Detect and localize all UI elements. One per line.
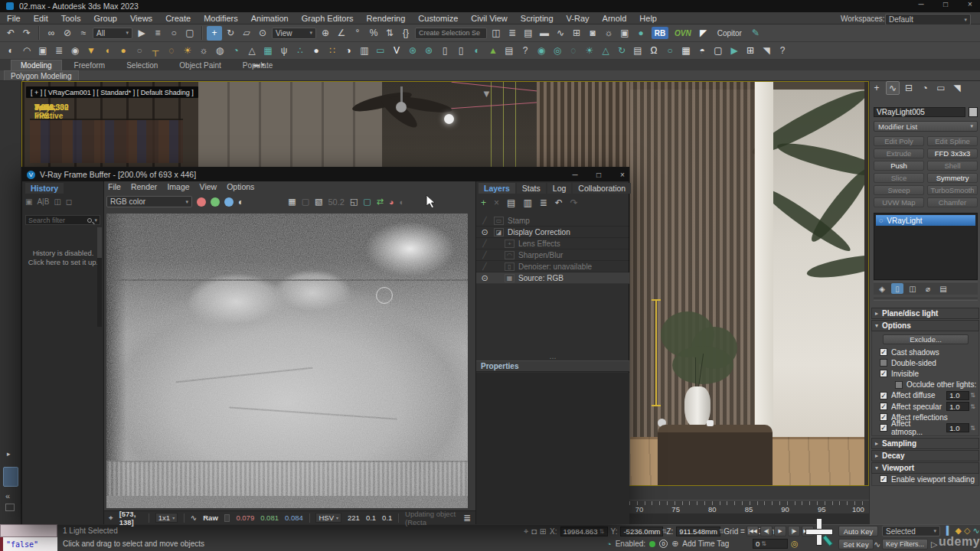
sun-light-icon[interactable]: ☀ [180, 44, 195, 58]
modifier-button[interactable]: Chamfer [927, 197, 978, 207]
vfb-menu-item[interactable]: Options [227, 182, 254, 191]
menu-item[interactable]: Tools [61, 14, 81, 23]
vfb-maximize-button[interactable]: □ [591, 169, 606, 180]
x-coordinate-field[interactable]: 19984.863⇅ [560, 527, 608, 536]
visibility-eye-icon[interactable] [479, 273, 490, 283]
maxscript-listener-top[interactable] [0, 524, 57, 537]
ribbon-media-dropdown[interactable]: ▬ ▾ [249, 60, 269, 69]
vfb-layer-row[interactable]: ▯ Denoiser: unavailable [476, 261, 629, 272]
exclude-button[interactable]: Exclude... [883, 334, 969, 344]
maxscript-listener[interactable]: "false" [0, 537, 57, 551]
modifier-button[interactable]: Sweep [874, 185, 924, 195]
render-image[interactable] [106, 214, 468, 508]
gear-globe-icon[interactable]: ⊛ [421, 44, 436, 58]
collapse-icon[interactable]: « [5, 491, 10, 500]
fit-window-icon[interactable]: ◱ [350, 197, 358, 207]
visibility-eye-icon[interactable] [479, 217, 490, 224]
auto-key-button[interactable]: Auto Key [838, 526, 878, 536]
rollout-sampling[interactable]: ▸Sampling [871, 438, 979, 449]
modifier-button[interactable]: Slice [874, 173, 924, 183]
set-key-button[interactable]: Set Key [838, 539, 874, 549]
utilities-tab[interactable]: ◥ [950, 81, 964, 95]
modify-tab[interactable]: ∿ [886, 81, 900, 95]
grass-icon[interactable]: ψ [276, 44, 292, 58]
camera-target-icon[interactable]: ◎ [550, 44, 565, 58]
zero-badge[interactable]: 0 [659, 540, 668, 548]
object-color-swatch[interactable] [969, 107, 978, 117]
minimize-button[interactable]: ─ [916, 0, 926, 8]
hsv-dropdown[interactable]: HSV▾ [315, 513, 341, 523]
angle-snap-icon[interactable]: ° [350, 26, 365, 41]
vfb-menu-item[interactable]: Render [131, 182, 157, 191]
select-move-icon[interactable]: + [207, 26, 222, 41]
flame-icon[interactable]: ∴ [292, 44, 308, 58]
menu-item[interactable]: Create [165, 14, 191, 23]
select-link-icon[interactable]: ∞ [44, 26, 59, 41]
vfb-title-bar[interactable]: V V-Ray Frame Buffer - [200.0% of 693 x … [22, 168, 629, 181]
z-coordinate-field[interactable]: 911.548mm⇅ [676, 527, 720, 536]
camcorder-icon[interactable]: ◉ [67, 44, 83, 58]
vfb-minimize-button[interactable]: ─ [567, 169, 583, 180]
option-checkbox[interactable] [880, 359, 887, 367]
select-object-icon[interactable]: ▶ [134, 26, 149, 41]
vfb-panel-tab[interactable]: Collaboration [573, 183, 631, 194]
rollout-options[interactable]: ▾Options [871, 320, 979, 331]
option-checkbox[interactable] [895, 381, 903, 389]
menu-item[interactable]: Civil View [471, 14, 507, 23]
key-mode-icon[interactable]: ◎ [791, 539, 799, 549]
ghost-light-icon[interactable]: ○ [132, 44, 147, 58]
set-a-icon[interactable]: ◫ [54, 197, 60, 206]
sphere-icon[interactable]: ● [309, 44, 324, 58]
pie-toggle-icon[interactable]: ◔ [606, 540, 612, 549]
bulb-teal-icon[interactable]: ◌ [566, 44, 581, 58]
use-pivot-center-icon[interactable]: ⊕ [318, 26, 333, 41]
value-spinner[interactable]: 1.0 [946, 391, 969, 400]
timeline-ruler[interactable]: 707580859095100 [629, 500, 869, 514]
key-filter-icon[interactable]: ∿ [874, 540, 880, 549]
teapot-icon[interactable]: ◐ [3, 44, 18, 58]
play-box-icon[interactable]: ▶ [727, 44, 742, 58]
modifier-button[interactable]: TurboSmooth [927, 185, 978, 195]
prev-frame-icon[interactable]: ◀| [760, 526, 773, 536]
arc-rotate-icon[interactable]: ◠ [19, 44, 34, 58]
pyramid-icon[interactable]: △ [244, 44, 260, 58]
panel-splitter[interactable] [874, 298, 978, 301]
vfb-panel-tab[interactable]: Layers [479, 183, 515, 194]
vfb-close-button[interactable]: × [615, 169, 630, 180]
grid2-icon[interactable]: ⊞ [743, 44, 758, 58]
layer-list-icon[interactable]: ≣ [540, 197, 547, 208]
track-bar[interactable] [629, 514, 869, 524]
list-doc-icon[interactable]: ▤ [630, 44, 645, 58]
figure-icon[interactable]: Ω [646, 44, 662, 58]
menu-item[interactable]: Modifiers [204, 14, 238, 23]
selection-lock-icon[interactable]: ◘ [531, 527, 537, 536]
undo-icon[interactable]: ↶ [3, 26, 18, 41]
dome-light-icon[interactable]: ◖ [100, 44, 115, 58]
selection-region-icon[interactable]: ○ [166, 26, 181, 41]
vfb-layer-row[interactable]: ▦ Source: RGB [476, 272, 629, 284]
save-layers-icon[interactable]: ▤ [507, 197, 515, 208]
visibility-eye-icon[interactable] [479, 227, 490, 237]
light-fixture-icon[interactable]: ▼ [83, 44, 99, 58]
zoom-level-icon[interactable]: 50.2 [328, 197, 344, 207]
vfb-panel-tab[interactable]: Log [547, 183, 572, 194]
modifier-button[interactable]: Push [874, 161, 924, 171]
curve-editor-icon[interactable]: ∿ [553, 26, 568, 41]
geosphere-icon[interactable]: ◍ [212, 44, 227, 58]
workspace-dropdown[interactable]: Default▾ [885, 14, 971, 25]
bulb-light-icon[interactable]: ◌ [164, 44, 179, 58]
menu-item[interactable]: Arnold [603, 14, 627, 23]
motion-tab[interactable]: ◔ [918, 81, 932, 95]
history-tab[interactable]: History [25, 183, 64, 194]
pixel-ratio-dropdown[interactable]: 1x1▾ [155, 513, 178, 523]
help-circle-icon[interactable]: ? [518, 44, 533, 58]
create-selection-set-field[interactable]: Create Selection Se [415, 28, 487, 39]
gear-sphere-icon[interactable]: ⊛ [405, 44, 420, 58]
option-checkbox[interactable] [880, 348, 887, 356]
xyz-mode-icon[interactable]: ⊞ [540, 527, 547, 536]
delete-layer-icon[interactable]: × [494, 197, 499, 208]
menu-item[interactable]: Views [130, 14, 152, 23]
modifier-button[interactable]: FFD 3x3x3 [927, 148, 978, 158]
y-coordinate-field[interactable]: -5236.0mm⇅ [620, 527, 663, 536]
make-unique-icon[interactable]: ◫ [906, 283, 919, 294]
